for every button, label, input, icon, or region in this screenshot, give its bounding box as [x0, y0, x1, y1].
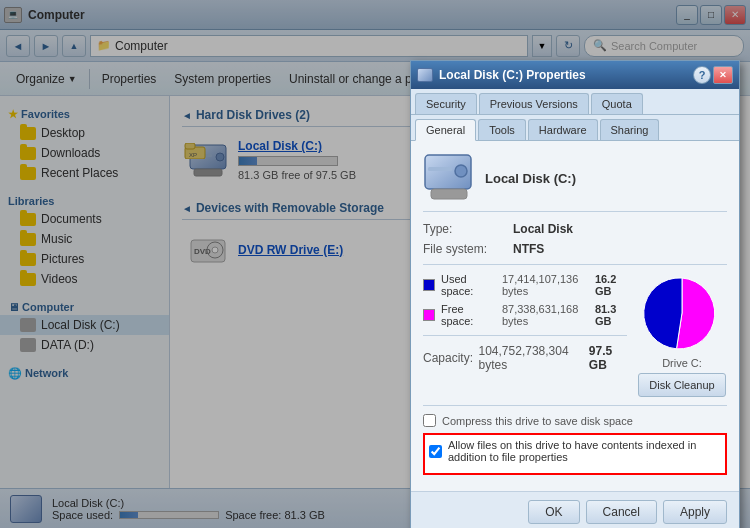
pie-chart-svg — [637, 273, 727, 353]
pie-legend: Used space: 17,414,107,136 bytes 16.2 GB… — [423, 273, 627, 376]
apply-button[interactable]: Apply — [663, 500, 727, 524]
dialog-drive-graphic — [423, 153, 475, 203]
dialog-tabs-row1: Security Previous Versions Quota — [411, 89, 739, 115]
fs-value: NTFS — [513, 242, 544, 256]
index-checkbox-highlighted: Allow files on this drive to have conten… — [423, 433, 727, 475]
used-bytes: 17,414,107,136 bytes — [502, 273, 585, 297]
type-value: Local Disk — [513, 222, 573, 236]
capacity-label: Capacity: — [423, 351, 479, 365]
dialog-drive-name-area: Local Disk (C:) — [485, 171, 727, 186]
tab-tools[interactable]: Tools — [478, 119, 526, 140]
dialog-title: Local Disk (C:) Properties — [439, 68, 586, 82]
svg-rect-12 — [431, 189, 467, 199]
free-bytes: 87,338,631,168 bytes — [502, 303, 585, 327]
dialog-content: Local Disk (C:) Type: Local Disk File sy… — [411, 141, 739, 491]
svg-rect-14 — [428, 167, 452, 171]
capacity-row: Capacity: 104,752,738,304 bytes 97.5 GB — [423, 344, 627, 372]
pie-chart-container: Drive C: Disk Cleanup — [637, 273, 727, 397]
free-gb: 81.3 GB — [595, 303, 627, 327]
explorer-window: 💻 Computer _ □ ✕ ◄ ► ▲ 📁 Computer ▼ ↻ 🔍 … — [0, 0, 750, 528]
fs-row: File system: NTFS — [423, 242, 727, 256]
separator-1 — [423, 264, 727, 265]
dialog-footer: OK Cancel Apply — [411, 491, 739, 528]
dialog-drive-header: Local Disk (C:) — [423, 153, 727, 212]
compress-label: Compress this drive to save disk space — [442, 415, 633, 427]
free-color-box — [423, 309, 435, 321]
dialog-title-buttons: ? ✕ — [689, 66, 733, 84]
cancel-button[interactable]: Cancel — [586, 500, 657, 524]
pie-label: Drive C: — [662, 357, 702, 369]
used-color-box — [423, 279, 435, 291]
fs-label: File system: — [423, 242, 513, 256]
compress-checkbox[interactable] — [423, 414, 436, 427]
separator-3 — [423, 405, 727, 406]
tab-security[interactable]: Security — [415, 93, 477, 114]
free-label: Free space: — [441, 303, 496, 327]
tab-sharing[interactable]: Sharing — [600, 119, 660, 140]
dialog-overlay: Local Disk (C:) Properties ? ✕ Security … — [0, 0, 750, 528]
dialog-tabs-row2: General Tools Hardware Sharing — [411, 115, 739, 141]
type-label: Type: — [423, 222, 513, 236]
tab-quota[interactable]: Quota — [591, 93, 643, 114]
index-checkbox[interactable] — [429, 445, 442, 458]
used-gb: 16.2 GB — [595, 273, 627, 297]
separator-2 — [423, 335, 627, 336]
dialog-drive-icon-small — [417, 68, 433, 82]
dialog-help-button[interactable]: ? — [693, 66, 711, 84]
free-space-row: Free space: 87,338,631,168 bytes 81.3 GB — [423, 303, 627, 327]
used-space-row: Used space: 17,414,107,136 bytes 16.2 GB — [423, 273, 627, 297]
dialog-close-button[interactable]: ✕ — [713, 66, 733, 84]
compress-checkbox-row: Compress this drive to save disk space — [423, 414, 727, 427]
tab-previous-versions[interactable]: Previous Versions — [479, 93, 589, 114]
index-label: Allow files on this drive to have conten… — [448, 439, 721, 463]
capacity-gb: 97.5 GB — [589, 344, 627, 372]
properties-dialog: Local Disk (C:) Properties ? ✕ Security … — [410, 60, 740, 528]
dialog-drive-title: Local Disk (C:) — [485, 171, 727, 186]
used-label: Used space: — [441, 273, 496, 297]
type-row: Type: Local Disk — [423, 222, 727, 236]
index-checkbox-row: Allow files on this drive to have conten… — [429, 439, 721, 463]
capacity-bytes: 104,752,738,304 bytes — [479, 344, 583, 372]
svg-point-13 — [455, 165, 467, 177]
dialog-title-bar: Local Disk (C:) Properties ? ✕ — [411, 61, 739, 89]
disk-cleanup-button[interactable]: Disk Cleanup — [638, 373, 725, 397]
ok-button[interactable]: OK — [528, 500, 579, 524]
pie-chart-area: Used space: 17,414,107,136 bytes 16.2 GB… — [423, 273, 727, 397]
tab-hardware[interactable]: Hardware — [528, 119, 598, 140]
tab-general[interactable]: General — [415, 119, 476, 141]
